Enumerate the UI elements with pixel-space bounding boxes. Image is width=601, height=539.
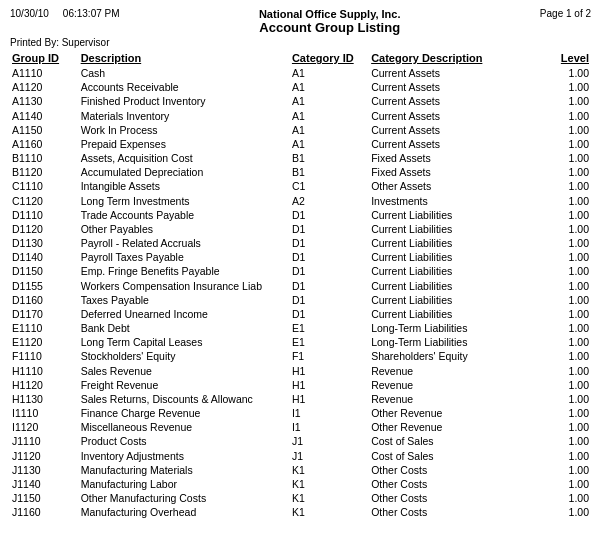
table-row: D1120Other PayablesD1Current Liabilities… <box>10 222 591 236</box>
cell-category-description: Revenue <box>369 364 543 378</box>
cell-group-id: F1110 <box>10 349 79 363</box>
table-row: C1120Long Term InvestmentsA2Investments1… <box>10 194 591 208</box>
cell-group-id: I1110 <box>10 406 79 420</box>
cell-description: Deferred Unearned Income <box>79 307 290 321</box>
col-header-level: Level <box>543 52 591 66</box>
cell-description: Cash <box>79 66 290 80</box>
table-row: A1110CashA1Current Assets1.00 <box>10 66 591 80</box>
cell-level: 1.00 <box>543 250 591 264</box>
table-row: D1160Taxes PayableD1Current Liabilities1… <box>10 293 591 307</box>
cell-category-description: Long-Term Liabilities <box>369 335 543 349</box>
cell-category-id: C1 <box>290 179 369 193</box>
cell-category-id: H1 <box>290 364 369 378</box>
cell-description: Materials Inventory <box>79 109 290 123</box>
cell-group-id: I1120 <box>10 420 79 434</box>
cell-level: 1.00 <box>543 449 591 463</box>
cell-category-id: D1 <box>290 279 369 293</box>
cell-level: 1.00 <box>543 349 591 363</box>
cell-category-description: Current Liabilities <box>369 250 543 264</box>
cell-category-id: A2 <box>290 194 369 208</box>
cell-description: Freight Revenue <box>79 378 290 392</box>
cell-level: 1.00 <box>543 477 591 491</box>
report-title: Account Group Listing <box>120 20 540 35</box>
cell-category-description: Current Liabilities <box>369 222 543 236</box>
header-left: 10/30/10 06:13:07 PM <box>10 8 120 19</box>
cell-description: Sales Revenue <box>79 364 290 378</box>
cell-description: Manufacturing Overhead <box>79 505 290 519</box>
cell-description: Inventory Adjustments <box>79 449 290 463</box>
cell-category-description: Current Assets <box>369 109 543 123</box>
cell-group-id: E1120 <box>10 335 79 349</box>
cell-group-id: D1120 <box>10 222 79 236</box>
table-row: J1130Manufacturing MaterialsK1Other Cost… <box>10 463 591 477</box>
cell-level: 1.00 <box>543 80 591 94</box>
table-row: I1110Finance Charge RevenueI1Other Reven… <box>10 406 591 420</box>
cell-description: Finance Charge Revenue <box>79 406 290 420</box>
cell-description: Manufacturing Materials <box>79 463 290 477</box>
cell-level: 1.00 <box>543 236 591 250</box>
table-row: A1140Materials InventoryA1Current Assets… <box>10 109 591 123</box>
cell-category-id: K1 <box>290 463 369 477</box>
cell-group-id: D1130 <box>10 236 79 250</box>
table-row: J1140Manufacturing LaborK1Other Costs1.0… <box>10 477 591 491</box>
cell-level: 1.00 <box>543 279 591 293</box>
cell-group-id: H1130 <box>10 392 79 406</box>
cell-category-description: Revenue <box>369 392 543 406</box>
cell-group-id: B1110 <box>10 151 79 165</box>
table-row: A1150Work In ProcessA1Current Assets1.00 <box>10 123 591 137</box>
cell-category-id: B1 <box>290 165 369 179</box>
cell-description: Long Term Capital Leases <box>79 335 290 349</box>
cell-group-id: A1160 <box>10 137 79 151</box>
cell-category-id: A1 <box>290 109 369 123</box>
table-row: H1130Sales Returns, Discounts & Allowanc… <box>10 392 591 406</box>
cell-description: Other Payables <box>79 222 290 236</box>
cell-group-id: J1110 <box>10 434 79 448</box>
cell-group-id: J1120 <box>10 449 79 463</box>
cell-description: Workers Compensation Insurance Liab <box>79 279 290 293</box>
cell-group-id: E1110 <box>10 321 79 335</box>
cell-level: 1.00 <box>543 420 591 434</box>
cell-category-description: Shareholders' Equity <box>369 349 543 363</box>
cell-level: 1.00 <box>543 123 591 137</box>
cell-level: 1.00 <box>543 505 591 519</box>
cell-description: Emp. Fringe Benefits Payable <box>79 264 290 278</box>
cell-level: 1.00 <box>543 463 591 477</box>
cell-category-description: Current Liabilities <box>369 264 543 278</box>
cell-category-description: Current Liabilities <box>369 279 543 293</box>
cell-category-description: Other Revenue <box>369 406 543 420</box>
table-row: I1120Miscellaneous RevenueI1Other Revenu… <box>10 420 591 434</box>
cell-group-id: A1130 <box>10 94 79 108</box>
cell-level: 1.00 <box>543 321 591 335</box>
cell-description: Accumulated Depreciation <box>79 165 290 179</box>
cell-group-id: D1110 <box>10 208 79 222</box>
cell-level: 1.00 <box>543 208 591 222</box>
table-row: H1110Sales RevenueH1Revenue1.00 <box>10 364 591 378</box>
cell-level: 1.00 <box>543 222 591 236</box>
cell-group-id: D1140 <box>10 250 79 264</box>
page-number: Page 1 of 2 <box>540 8 591 19</box>
cell-description: Accounts Receivable <box>79 80 290 94</box>
cell-category-description: Current Assets <box>369 66 543 80</box>
cell-description: Payroll - Related Accruals <box>79 236 290 250</box>
cell-description: Assets, Acquisition Cost <box>79 151 290 165</box>
cell-level: 1.00 <box>543 434 591 448</box>
cell-category-description: Current Assets <box>369 137 543 151</box>
table-row: D1150Emp. Fringe Benefits PayableD1Curre… <box>10 264 591 278</box>
cell-category-description: Cost of Sales <box>369 449 543 463</box>
cell-group-id: D1160 <box>10 293 79 307</box>
cell-category-id: J1 <box>290 434 369 448</box>
table-row: J1160Manufacturing OverheadK1Other Costs… <box>10 505 591 519</box>
cell-description: Bank Debt <box>79 321 290 335</box>
cell-level: 1.00 <box>543 137 591 151</box>
cell-description: Stockholders' Equity <box>79 349 290 363</box>
cell-level: 1.00 <box>543 151 591 165</box>
cell-category-id: A1 <box>290 137 369 151</box>
table-row: A1120Accounts ReceivableA1Current Assets… <box>10 80 591 94</box>
cell-description: Trade Accounts Payable <box>79 208 290 222</box>
date-time: 10/30/10 06:13:07 PM <box>10 8 120 19</box>
table-row: D1155Workers Compensation Insurance Liab… <box>10 279 591 293</box>
cell-description: Taxes Payable <box>79 293 290 307</box>
company-name: National Office Supply, Inc. <box>120 8 540 20</box>
table-row: D1140Payroll Taxes PayableD1Current Liab… <box>10 250 591 264</box>
cell-category-description: Current Liabilities <box>369 293 543 307</box>
